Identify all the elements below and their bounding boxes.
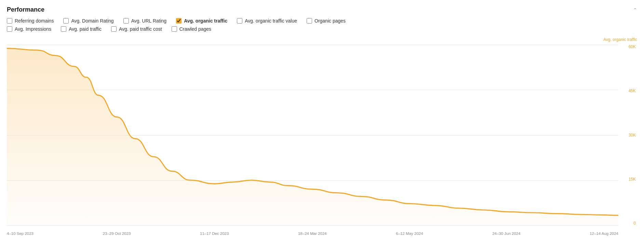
checkbox-input-crawled-pages[interactable] — [172, 26, 177, 32]
checkbox-avg-url-rating[interactable]: Avg. URL Rating — [123, 18, 167, 24]
checkbox-referring-domains[interactable]: Referring domains — [7, 18, 54, 24]
checkbox-avg-organic-traffic-value[interactable]: Avg. organic traffic value — [237, 18, 297, 24]
checkbox-input-organic-pages[interactable] — [307, 18, 312, 24]
checkbox-avg-organic-traffic[interactable]: Avg. organic traffic — [176, 18, 227, 24]
checkbox-input-avg-paid-traffic-cost[interactable] — [111, 26, 117, 32]
grid-line — [7, 225, 618, 226]
y-label: 60K — [629, 45, 636, 49]
y-label: 0 — [633, 221, 636, 225]
x-label: 4–10 Sep 2023 — [7, 231, 33, 236]
checkbox-input-avg-organic-traffic-value[interactable] — [237, 18, 242, 24]
x-axis: 4–10 Sep 202323–29 Oct 202311–17 Dec 202… — [7, 226, 618, 236]
chart-area-fill — [7, 48, 618, 225]
checkbox-input-referring-domains[interactable] — [7, 18, 12, 24]
y-label: 30K — [629, 133, 636, 137]
panel-header: Performance ⌃ — [7, 6, 637, 13]
y-label: 45K — [629, 89, 636, 93]
checkbox-input-avg-domain-rating[interactable] — [63, 18, 69, 24]
y-axis: 60K45K30K15K0 — [618, 45, 637, 225]
checkbox-avg-paid-traffic[interactable]: Avg. paid traffic — [61, 26, 102, 32]
x-label: 18–24 Mar 2024 — [298, 231, 327, 236]
chart-legend: Avg. organic traffic — [603, 37, 637, 42]
checkboxes-row-1: Referring domainsAvg. Domain RatingAvg. … — [7, 18, 637, 24]
checkboxes-row-2: Avg. ImpressionsAvg. paid trafficAvg. pa… — [7, 26, 637, 32]
y-label: 15K — [629, 177, 636, 181]
checkbox-input-avg-impressions[interactable] — [7, 26, 12, 32]
checkbox-organic-pages[interactable]: Organic pages — [307, 18, 346, 24]
checkbox-avg-paid-traffic-cost[interactable]: Avg. paid traffic cost — [111, 26, 162, 32]
panel-title: Performance — [7, 6, 44, 13]
x-label: 11–17 Dec 2023 — [200, 231, 229, 236]
chart-area: Avg. organic traffic 60K45K30K15K0 4–10 … — [7, 37, 637, 236]
x-label: 24–30 Jun 2024 — [492, 231, 521, 236]
performance-panel: Performance ⌃ Referring domainsAvg. Doma… — [0, 0, 644, 239]
x-label: 6–12 May 2024 — [396, 231, 423, 236]
x-label: 12–14 Aug 2024 — [590, 231, 618, 236]
checkbox-input-avg-url-rating[interactable] — [123, 18, 129, 24]
collapse-icon[interactable]: ⌃ — [633, 7, 637, 13]
checkbox-input-avg-paid-traffic[interactable] — [61, 26, 66, 32]
checkbox-avg-domain-rating[interactable]: Avg. Domain Rating — [63, 18, 113, 24]
chart-svg — [7, 45, 618, 225]
chart-wrapper — [7, 45, 618, 225]
checkbox-input-avg-organic-traffic[interactable] — [176, 18, 182, 24]
x-label: 23–29 Oct 2023 — [103, 231, 131, 236]
checkbox-crawled-pages[interactable]: Crawled pages — [172, 26, 211, 32]
checkbox-avg-impressions[interactable]: Avg. Impressions — [7, 26, 51, 32]
